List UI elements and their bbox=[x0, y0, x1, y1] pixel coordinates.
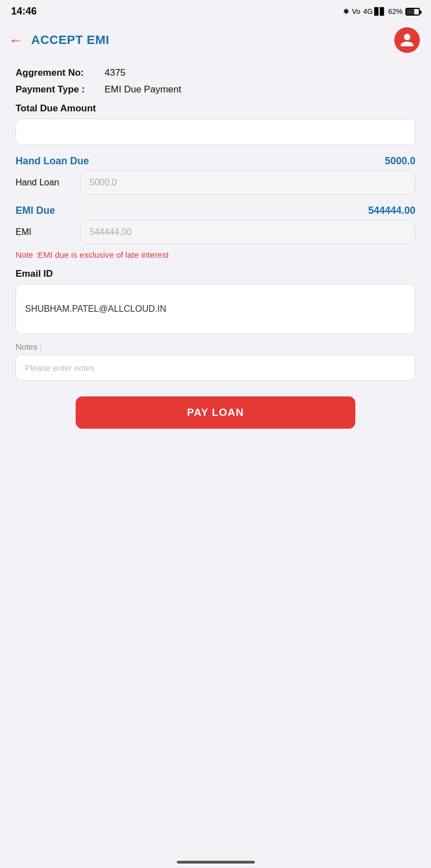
hand-loan-due-label: Hand Loan Due bbox=[16, 155, 89, 167]
back-button[interactable]: ← bbox=[9, 33, 23, 47]
agreement-value: 4375 bbox=[105, 67, 126, 79]
header: ← ACCEPT EMI bbox=[0, 21, 431, 62]
hand-loan-due-amount: 5000.0 bbox=[385, 155, 415, 167]
email-id-label: Email ID bbox=[16, 268, 415, 279]
payment-type-value: EMI Due Payment bbox=[105, 84, 181, 95]
bluetooth-icon: ✱ bbox=[343, 7, 349, 16]
total-due-input[interactable] bbox=[16, 119, 415, 145]
user-icon bbox=[399, 32, 415, 48]
emi-note: Note :EMI due is exclusive of late inter… bbox=[16, 250, 415, 259]
emi-label: EMI bbox=[16, 227, 71, 237]
emi-due-row: EMI Due 544444.00 bbox=[16, 205, 415, 217]
bottom-bar bbox=[0, 846, 431, 868]
notes-input[interactable] bbox=[16, 355, 415, 381]
status-icons: ✱ Vo 4G ▊▊ 62% bbox=[343, 7, 420, 16]
hand-loan-due-row: Hand Loan Due 5000.0 bbox=[16, 155, 415, 167]
page-title: ACCEPT EMI bbox=[31, 33, 110, 47]
emi-due-amount: 544444.00 bbox=[368, 205, 415, 217]
hand-loan-input-row: Hand Loan bbox=[16, 170, 415, 195]
header-left: ← ACCEPT EMI bbox=[9, 33, 110, 47]
emi-input-row: EMI bbox=[16, 220, 415, 244]
notes-section: Notes : bbox=[16, 342, 415, 381]
payment-type-label: Payment Type : bbox=[16, 84, 105, 95]
notes-label: Notes : bbox=[16, 342, 415, 351]
status-bar: 14:46 ✱ Vo 4G ▊▊ 62% bbox=[0, 0, 431, 21]
agreement-row: Aggrement No: 4375 bbox=[16, 67, 415, 79]
home-indicator bbox=[177, 861, 255, 864]
agreement-label: Aggrement No: bbox=[16, 67, 105, 79]
hand-loan-label: Hand Loan bbox=[16, 178, 71, 188]
signal-icon: Vo bbox=[352, 7, 360, 16]
emi-due-label: EMI Due bbox=[16, 205, 55, 217]
form-content: Aggrement No: 4375 Payment Type : EMI Du… bbox=[0, 62, 431, 846]
email-input[interactable] bbox=[16, 284, 415, 334]
payment-type-row: Payment Type : EMI Due Payment bbox=[16, 84, 415, 95]
emi-input[interactable] bbox=[80, 220, 415, 244]
hand-loan-input[interactable] bbox=[80, 170, 415, 195]
battery-icon bbox=[405, 8, 420, 16]
total-due-label: Total Due Amount bbox=[16, 103, 415, 114]
pay-loan-button[interactable]: PAY LOAN bbox=[76, 396, 355, 429]
avatar-button[interactable] bbox=[394, 27, 420, 53]
network-icon: 4G ▊▊ bbox=[363, 7, 385, 16]
battery-text: 62% bbox=[388, 7, 403, 16]
status-time: 14:46 bbox=[11, 6, 37, 17]
